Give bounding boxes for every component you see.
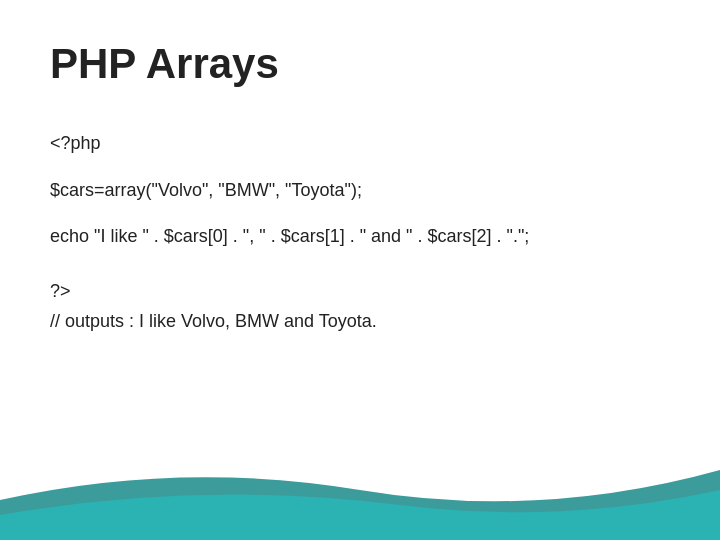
code-line-open-tag: <?php bbox=[50, 128, 670, 159]
slide-container: PHP Arrays <?php $cars=array("Volvo", "B… bbox=[0, 0, 720, 540]
code-line-echo: echo "I like " . $cars[0] . ", " . $cars… bbox=[50, 221, 670, 252]
slide-title: PHP Arrays bbox=[50, 40, 670, 88]
code-line-array-def: $cars=array("Volvo", "BMW", "Toyota"); bbox=[50, 175, 670, 206]
close-tag-line: ?> bbox=[50, 276, 670, 307]
output-section: ?> // outputs : I like Volvo, BMW and To… bbox=[50, 276, 670, 337]
output-comment-line: // outputs : I like Volvo, BMW and Toyot… bbox=[50, 306, 670, 337]
bottom-decoration bbox=[0, 440, 720, 540]
